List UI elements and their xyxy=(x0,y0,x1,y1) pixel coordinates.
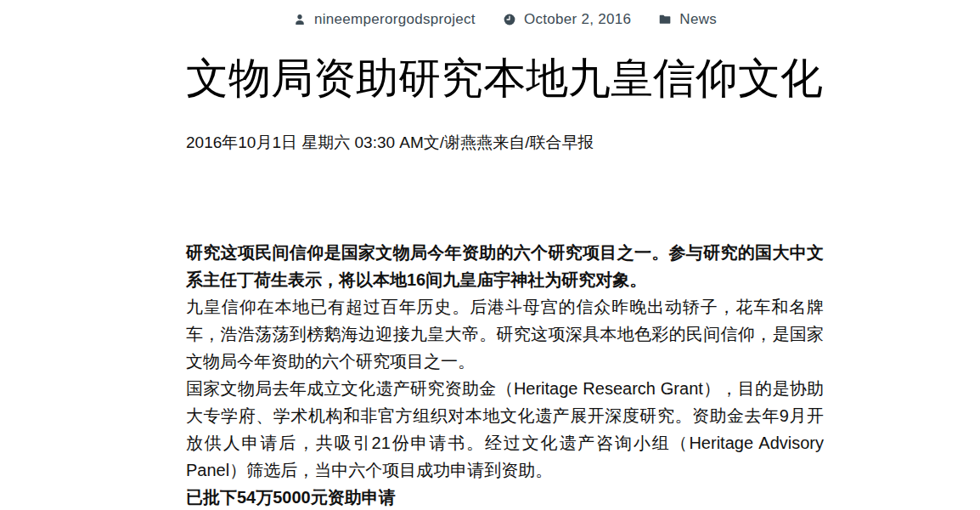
article-paragraph: 国家文物局去年成立文化遗产研究资助金（Heritage Research Gra… xyxy=(186,375,824,484)
page-title: 文物局资助研究本地九皇信仰文化 xyxy=(186,54,824,103)
person-icon xyxy=(293,13,307,26)
article-paragraph: 九皇信仰在本地已有超过百年历史。后港斗母宫的信众昨晚出动轿子，花车和名牌车，浩浩… xyxy=(186,293,824,375)
article-paragraph: 研究这项民间信仰是国家文物局今年资助的六个研究项目之一。参与研究的国大中文系主任… xyxy=(186,239,824,293)
folder-icon xyxy=(658,13,672,26)
post-container: nineemperorgodsproject October 2, 2016 N… xyxy=(186,0,824,510)
category-link[interactable]: News xyxy=(658,11,717,28)
article-body: 研究这项民间信仰是国家文物局今年资助的六个研究项目之一。参与研究的国大中文系主任… xyxy=(186,239,824,510)
author-link[interactable]: nineemperorgodsproject xyxy=(293,11,476,28)
post-date-link[interactable]: October 2, 2016 xyxy=(503,11,631,28)
clock-icon xyxy=(503,13,516,26)
article-page: nineemperorgodsproject October 2, 2016 N… xyxy=(0,0,980,510)
article-dateline: 2016年10月1日 星期六 03:30 AM文/谢燕燕来自/联合早报 xyxy=(186,132,824,154)
category-label: News xyxy=(679,11,717,28)
post-date-label: October 2, 2016 xyxy=(524,11,631,28)
entry-meta-row: nineemperorgodsproject October 2, 2016 N… xyxy=(186,0,824,28)
article-subheading: 已批下54万5000元资助申请 xyxy=(186,484,824,510)
author-label: nineemperorgodsproject xyxy=(314,11,476,28)
